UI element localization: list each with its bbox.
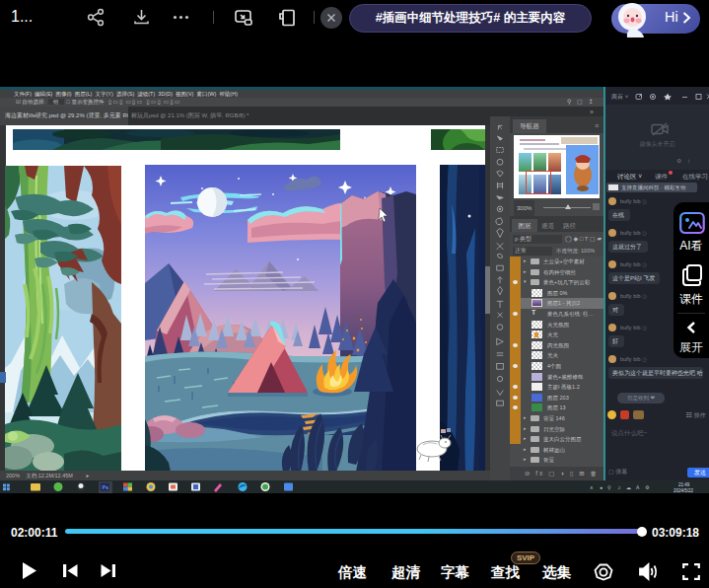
svg-text:Ps: Ps bbox=[103, 484, 109, 490]
svg-text:☁: ☁ bbox=[626, 484, 631, 490]
svg-text:∧: ∧ bbox=[590, 484, 594, 490]
svg-text:♫: ♫ bbox=[617, 484, 621, 490]
svg-text:21:49: 21:49 bbox=[678, 482, 690, 487]
svg-text:2024/5/22: 2024/5/22 bbox=[674, 488, 694, 493]
svg-text:⚲: ⚲ bbox=[607, 484, 611, 490]
svg-text:A: A bbox=[636, 484, 640, 490]
svg-text:●: ● bbox=[600, 484, 603, 490]
svg-text:⚙: ⚙ bbox=[645, 484, 650, 490]
